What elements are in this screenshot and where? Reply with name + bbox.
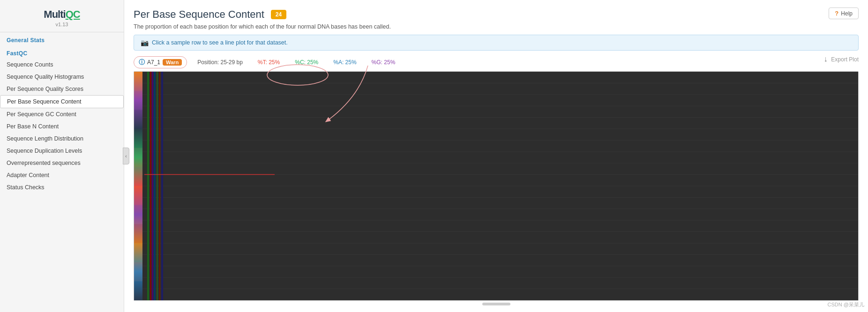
page-subtitle: The proportion of each base position for… bbox=[134, 23, 859, 30]
help-button[interactable]: ? Help bbox=[829, 7, 859, 19]
sidebar-item-per-base-n-content[interactable]: Per Base N Content bbox=[0, 120, 124, 133]
stat-c: %C: 25% bbox=[295, 59, 318, 66]
logo-area: MultiQC v1.13 bbox=[0, 0, 124, 32]
export-plot-button[interactable]: ⭳ Export Plot bbox=[823, 56, 859, 63]
watermark: CSDN @呆菜儿 bbox=[828, 301, 864, 308]
sidebar-item-overrepresented-sequences[interactable]: Overrepresented sequences bbox=[0, 157, 124, 169]
sidebar-item-sequence-duplication-levels[interactable]: Sequence Duplication Levels bbox=[0, 145, 124, 157]
sidebar-collapse-button[interactable]: ‹ bbox=[123, 148, 129, 164]
logo-qc: QC bbox=[66, 8, 80, 20]
export-label: Export Plot bbox=[831, 56, 859, 63]
logo-version: v1.13 bbox=[0, 22, 124, 27]
page-badge: 24 bbox=[271, 10, 286, 19]
sidebar-section-fastqc: FastQC bbox=[0, 45, 124, 59]
help-label: Help bbox=[841, 10, 853, 17]
logo-multi: Multi bbox=[44, 8, 65, 20]
sample-info-icon: ⓘ bbox=[139, 58, 145, 67]
help-icon: ? bbox=[835, 10, 838, 17]
main-content: ? Help Per Base Sequence Content 24 The … bbox=[124, 0, 868, 312]
sidebar-item-sequence-quality-histograms[interactable]: Sequence Quality Histograms bbox=[0, 71, 124, 83]
sidebar-item-sequence-length-distribution[interactable]: Sequence Length Distribution bbox=[0, 133, 124, 145]
sidebar-item-adapter-content[interactable]: Adapter Content bbox=[0, 169, 124, 181]
chart-canvas bbox=[134, 72, 858, 300]
stat-g: %G: 25% bbox=[372, 59, 396, 66]
sidebar: MultiQC v1.13 General Stats FastQC Seque… bbox=[0, 0, 124, 312]
warn-badge: Warn bbox=[163, 59, 182, 66]
chart-left-strip bbox=[134, 72, 142, 300]
download-icon: ⭳ bbox=[823, 56, 829, 63]
info-box: 📷 Click a sample row to see a line plot … bbox=[134, 35, 859, 51]
sidebar-item-per-sequence-gc-content[interactable]: Per Sequence GC Content bbox=[0, 108, 124, 120]
page-header: Per Base Sequence Content 24 bbox=[134, 8, 859, 21]
sidebar-item-per-sequence-quality-scores[interactable]: Per Sequence Quality Scores bbox=[0, 83, 124, 95]
scroll-handle[interactable] bbox=[482, 303, 510, 305]
sample-badge[interactable]: ⓘ A7_1 Warn bbox=[134, 56, 187, 68]
position-label: Position: 25-29 bp bbox=[197, 59, 243, 66]
sidebar-item-per-base-sequence-content[interactable]: Per Base Sequence Content bbox=[0, 95, 124, 108]
stat-t: %T: 25% bbox=[258, 59, 280, 66]
info-box-text: Click a sample row to see a line plot fo… bbox=[152, 39, 288, 46]
cursor-icon: 📷 bbox=[141, 39, 149, 46]
chart-container[interactable] bbox=[134, 71, 859, 301]
stat-a: %A: 25% bbox=[333, 59, 356, 66]
sidebar-section-general: General Stats bbox=[0, 32, 124, 45]
page-title: Per Base Sequence Content bbox=[134, 8, 264, 21]
sidebar-item-status-checks[interactable]: Status Checks bbox=[0, 181, 124, 193]
scrollbar-area bbox=[134, 301, 859, 307]
sidebar-item-sequence-counts[interactable]: Sequence Counts bbox=[0, 59, 124, 71]
plot-header: ⓘ A7_1 Warn Position: 25-29 bp %T: 25% %… bbox=[134, 56, 859, 68]
sample-name: A7_1 bbox=[147, 59, 160, 66]
logo[interactable]: MultiQC bbox=[0, 8, 124, 21]
